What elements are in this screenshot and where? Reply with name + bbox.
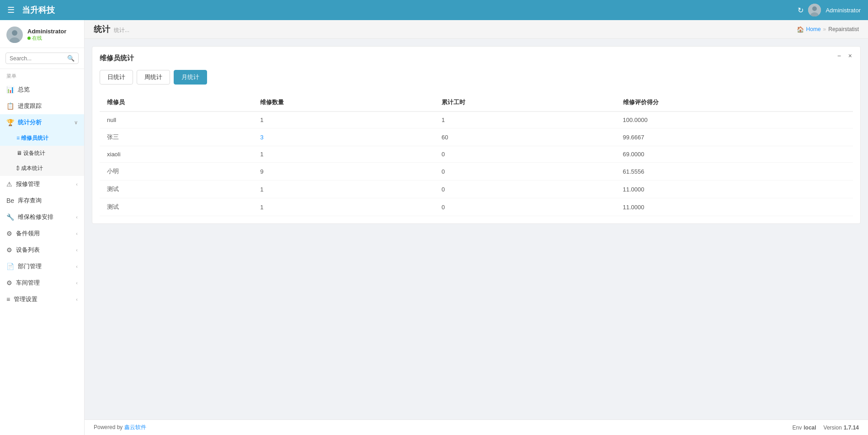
sidebar-sublabel-cost: ₿ 成本统计 (16, 164, 43, 172)
sidebar-item-inventory[interactable]: Be 库存查询 (0, 192, 84, 209)
main-content: 统计 统计... 🏠 Home » Repairstatist 维修员统计 − … (85, 20, 868, 435)
table-row: 张三36099.6667 (100, 128, 853, 146)
sidebar-item-admin[interactable]: ≡ 管理设置 ‹ (0, 291, 84, 308)
cell-hours: 60 (434, 128, 616, 146)
header-user-label[interactable]: Administrator (825, 7, 861, 14)
cell-score: 61.5556 (616, 163, 853, 180)
brand-title: 当升科技 (22, 5, 55, 16)
dept-icon: 📄 (6, 263, 14, 270)
header-right: ↻ Administrator (798, 4, 861, 16)
breadcrumb-left: 统计 统计... (94, 24, 129, 35)
cell-count: 1 (253, 111, 434, 128)
cell-score: 100.0000 (616, 111, 853, 128)
version-label: Version (824, 424, 842, 431)
overview-icon: 📊 (6, 86, 14, 93)
card-controls: − × (836, 51, 854, 60)
cell-score: 69.0000 (616, 146, 853, 163)
sidebar-sublabel-repairman: ≡ 维修员统计 (16, 134, 48, 142)
chevron-down-icon: ∨ (74, 120, 78, 126)
sidebar-item-label-dept: 部门管理 (18, 262, 42, 271)
card-minimize-button[interactable]: − (836, 51, 843, 60)
sidebar-item-device-stat[interactable]: 🖥 设备统计 (0, 146, 84, 161)
table-body: null11100.0000张三36099.6667xiaoli1069.000… (100, 111, 853, 216)
sidebar-item-label-maintenance: 维保检修安排 (18, 213, 53, 221)
top-header: ☰ 当升科技 ↻ Administrator (0, 0, 868, 20)
home-icon: 🏠 (797, 26, 804, 33)
cell-repairman: null (100, 111, 253, 128)
user-status-label: 在线 (27, 35, 66, 42)
header-user-avatar (808, 4, 821, 16)
sidebar-item-dept-mgmt[interactable]: 📄 部门管理 ‹ (0, 258, 84, 275)
cell-repairman: 测试 (100, 198, 253, 216)
sidebar-item-label-repair-mgmt: 报修管理 (16, 180, 40, 188)
env-value: local (804, 424, 816, 431)
sidebar-item-label-progress: 进度跟踪 (18, 102, 42, 110)
header-left: ☰ 当升科技 (7, 5, 55, 16)
version-value: 1.7.14 (844, 424, 859, 431)
tab-monthly[interactable]: 月统计 (174, 70, 207, 85)
breadcrumb-home-link[interactable]: Home (806, 26, 821, 32)
sidebar-item-label-overview: 总览 (18, 85, 30, 94)
user-info: Administrator 在线 (0, 20, 84, 48)
refresh-icon[interactable]: ↻ (798, 6, 804, 15)
cell-score: 11.0000 (616, 198, 853, 216)
sidebar-item-cost-stat[interactable]: ₿ 成本统计 (0, 161, 84, 176)
sidebar-item-analytics[interactable]: 🏆 统计分析 ∨ (0, 114, 84, 131)
svg-point-4 (12, 30, 17, 36)
sidebar-sublabel-device: 🖥 设备统计 (16, 149, 45, 157)
tabs-row: 日统计 周统计 月统计 (100, 70, 853, 85)
sidebar-item-progress[interactable]: 📋 进度跟踪 (0, 98, 84, 114)
cell-score: 99.6667 (616, 128, 853, 146)
hamburger-icon[interactable]: ☰ (7, 5, 15, 15)
col-count: 维修数量 (253, 94, 434, 111)
sidebar-item-maintenance[interactable]: 🔧 维保检修安排 ‹ (0, 209, 84, 225)
search-input[interactable] (10, 55, 67, 62)
chevron-right-icon-workshop: ‹ (76, 280, 78, 286)
search-box: 🔍 (0, 48, 84, 69)
repairman-stat-card: 维修员统计 − × 日统计 周统计 月统计 维修员 维修数量 (92, 46, 861, 224)
cell-count: 1 (253, 146, 434, 163)
nav-label: 菜单 (0, 69, 84, 81)
page-title: 统计 (94, 24, 110, 35)
analytics-icon: 🏆 (6, 119, 14, 126)
sidebar-item-label-workshop: 车间管理 (16, 279, 40, 287)
cell-hours: 0 (434, 163, 616, 180)
sidebar-item-repair-mgmt[interactable]: ⚠ 报修管理 ‹ (0, 176, 84, 192)
cell-count: 1 (253, 180, 434, 198)
chevron-right-icon-maint: ‹ (76, 214, 78, 220)
powered-by-link[interactable]: 鑫云软件 (124, 424, 146, 430)
cell-count: 3 (253, 128, 434, 146)
sidebar-item-repairman-stat[interactable]: ≡ 维修员统计 (0, 131, 84, 146)
cell-hours: 0 (434, 146, 616, 163)
cell-count: 9 (253, 163, 434, 180)
search-input-wrap: 🔍 (5, 53, 79, 64)
footer-version: Version 1.7.14 (824, 424, 859, 431)
col-score: 维修评价得分 (616, 94, 853, 111)
breadcrumb-current: Repairstatist (828, 26, 859, 32)
tab-weekly[interactable]: 周统计 (137, 70, 170, 85)
footer-right: Env local Version 1.7.14 (793, 424, 859, 431)
breadcrumb-bar: 统计 统计... 🏠 Home » Repairstatist (85, 20, 868, 39)
sidebar-item-workshop[interactable]: ⚙ 车间管理 ‹ (0, 275, 84, 291)
sidebar-item-overview[interactable]: 📊 总览 (0, 81, 84, 98)
sidebar: Administrator 在线 🔍 菜单 📊 总览 (0, 20, 85, 435)
card-close-button[interactable]: × (847, 51, 854, 60)
maintenance-icon: 🔧 (6, 213, 14, 221)
col-repairman: 维修员 (100, 94, 253, 111)
chevron-right-icon-device: ‹ (76, 247, 78, 253)
table-row: null11100.0000 (100, 111, 853, 128)
footer-env: Env local (793, 424, 816, 431)
repairman-table: 维修员 维修数量 累计工时 维修评价得分 null11100.0000张三360… (100, 94, 853, 216)
inventory-icon: Be (6, 197, 14, 204)
search-icon: 🔍 (67, 55, 75, 62)
sidebar-user-avatar (6, 27, 23, 43)
tab-daily[interactable]: 日统计 (100, 70, 133, 85)
sidebar-item-parts[interactable]: ⚙ 备件领用 ‹ (0, 225, 84, 242)
sidebar-item-device-list[interactable]: ⚙ 设备列表 ‹ (0, 242, 84, 258)
col-hours: 累计工时 (434, 94, 616, 111)
cell-hours: 0 (434, 180, 616, 198)
breadcrumb-separator: » (823, 26, 826, 32)
cell-hours: 1 (434, 111, 616, 128)
chevron-right-icon-dept: ‹ (76, 264, 78, 269)
svg-point-1 (812, 6, 817, 11)
